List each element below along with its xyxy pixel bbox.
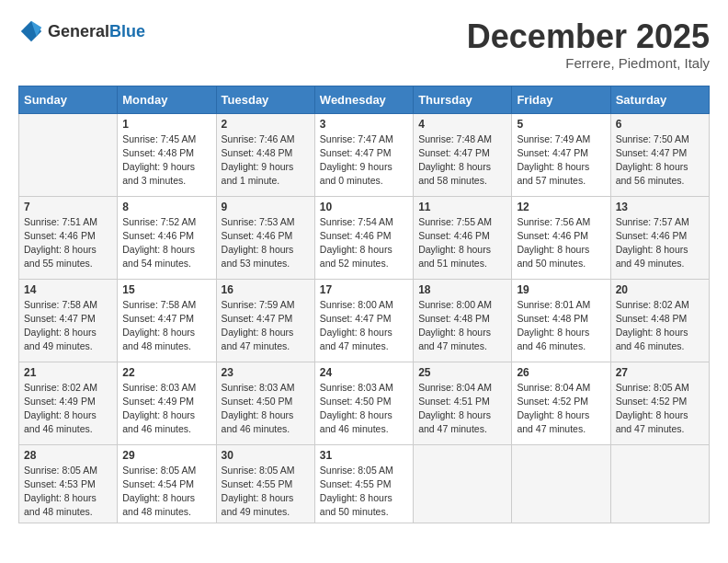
calendar-cell: 15Sunrise: 7:58 AMSunset: 4:47 PMDayligh…: [118, 279, 216, 362]
day-info: Sunrise: 8:04 AMSunset: 4:51 PMDaylight:…: [418, 381, 506, 437]
day-number: 19: [517, 283, 605, 296]
calendar-cell: 25Sunrise: 8:04 AMSunset: 4:51 PMDayligh…: [414, 362, 512, 444]
calendar-cell: 31Sunrise: 8:05 AMSunset: 4:55 PMDayligh…: [314, 444, 413, 523]
calendar-cell: 3Sunrise: 7:47 AMSunset: 4:47 PMDaylight…: [314, 113, 413, 196]
header-sunday: Sunday: [19, 86, 118, 113]
day-info: Sunrise: 8:05 AMSunset: 4:53 PMDaylight:…: [24, 464, 112, 520]
header-friday: Friday: [512, 86, 610, 113]
day-info: Sunrise: 8:05 AMSunset: 4:54 PMDaylight:…: [122, 464, 210, 520]
calendar-week-3: 14Sunrise: 7:58 AMSunset: 4:47 PMDayligh…: [19, 279, 710, 362]
calendar-cell: 24Sunrise: 8:03 AMSunset: 4:50 PMDayligh…: [314, 362, 413, 444]
calendar-header-row: SundayMondayTuesdayWednesdayThursdayFrid…: [19, 86, 710, 113]
day-info: Sunrise: 7:52 AMSunset: 4:46 PMDaylight:…: [122, 215, 210, 271]
calendar-week-4: 21Sunrise: 8:02 AMSunset: 4:49 PMDayligh…: [19, 362, 710, 444]
calendar-cell: [610, 444, 709, 523]
calendar-week-1: 1Sunrise: 7:45 AMSunset: 4:48 PMDaylight…: [19, 113, 710, 196]
day-info: Sunrise: 7:46 AMSunset: 4:48 PMDaylight:…: [222, 132, 310, 189]
day-info: Sunrise: 8:04 AMSunset: 4:52 PMDaylight:…: [517, 381, 605, 437]
day-number: 7: [24, 201, 112, 213]
calendar-week-5: 28Sunrise: 8:05 AMSunset: 4:53 PMDayligh…: [19, 444, 710, 523]
calendar-cell: 5Sunrise: 7:49 AMSunset: 4:47 PMDaylight…: [512, 113, 610, 196]
calendar-cell: 17Sunrise: 8:00 AMSunset: 4:47 PMDayligh…: [314, 279, 413, 362]
calendar-cell: 7Sunrise: 7:51 AMSunset: 4:46 PMDaylight…: [19, 196, 118, 279]
day-info: Sunrise: 7:56 AMSunset: 4:46 PMDaylight:…: [517, 215, 605, 271]
day-number: 8: [122, 201, 210, 213]
location: Ferrere, Piedmont, Italy: [467, 55, 710, 71]
day-info: Sunrise: 8:03 AMSunset: 4:50 PMDaylight:…: [222, 381, 310, 437]
day-number: 29: [122, 449, 210, 462]
day-number: 4: [418, 118, 506, 131]
header-monday: Monday: [118, 86, 216, 113]
calendar-cell: 27Sunrise: 8:05 AMSunset: 4:52 PMDayligh…: [610, 362, 709, 444]
calendar-cell: 29Sunrise: 8:05 AMSunset: 4:54 PMDayligh…: [118, 444, 216, 523]
calendar-cell: 8Sunrise: 7:52 AMSunset: 4:46 PMDaylight…: [118, 196, 216, 279]
calendar-cell: 12Sunrise: 7:56 AMSunset: 4:46 PMDayligh…: [512, 196, 610, 279]
day-info: Sunrise: 8:00 AMSunset: 4:48 PMDaylight:…: [418, 298, 506, 354]
day-number: 5: [517, 118, 605, 131]
day-number: 11: [418, 201, 506, 213]
page-header: GeneralBlue December 2025 Ferrere, Piedm…: [18, 18, 710, 71]
day-info: Sunrise: 8:00 AMSunset: 4:47 PMDaylight:…: [320, 298, 408, 354]
day-info: Sunrise: 7:49 AMSunset: 4:47 PMDaylight:…: [517, 132, 605, 189]
calendar-cell: 11Sunrise: 7:55 AMSunset: 4:46 PMDayligh…: [414, 196, 512, 279]
day-number: 31: [320, 449, 408, 462]
calendar-table: SundayMondayTuesdayWednesdayThursdayFrid…: [18, 86, 710, 524]
day-info: Sunrise: 7:57 AMSunset: 4:46 PMDaylight:…: [616, 215, 704, 271]
day-info: Sunrise: 8:05 AMSunset: 4:55 PMDaylight:…: [320, 464, 408, 520]
day-info: Sunrise: 7:51 AMSunset: 4:46 PMDaylight:…: [24, 215, 112, 271]
calendar-cell: 2Sunrise: 7:46 AMSunset: 4:48 PMDaylight…: [216, 113, 314, 196]
day-info: Sunrise: 7:59 AMSunset: 4:47 PMDaylight:…: [222, 298, 310, 354]
calendar-cell: 6Sunrise: 7:50 AMSunset: 4:47 PMDaylight…: [610, 113, 709, 196]
day-info: Sunrise: 7:45 AMSunset: 4:48 PMDaylight:…: [122, 132, 210, 189]
day-number: 14: [24, 283, 112, 296]
calendar-cell: [512, 444, 610, 523]
calendar-week-2: 7Sunrise: 7:51 AMSunset: 4:46 PMDaylight…: [19, 196, 710, 279]
calendar-cell: [414, 444, 512, 523]
day-number: 20: [616, 283, 704, 296]
calendar-cell: 28Sunrise: 8:05 AMSunset: 4:53 PMDayligh…: [19, 444, 118, 523]
day-info: Sunrise: 7:53 AMSunset: 4:46 PMDaylight:…: [222, 215, 310, 271]
day-info: Sunrise: 7:54 AMSunset: 4:46 PMDaylight:…: [320, 215, 408, 271]
calendar-cell: 4Sunrise: 7:48 AMSunset: 4:47 PMDaylight…: [414, 113, 512, 196]
day-number: 15: [122, 283, 210, 296]
day-info: Sunrise: 7:50 AMSunset: 4:47 PMDaylight:…: [616, 132, 704, 189]
calendar-cell: 16Sunrise: 7:59 AMSunset: 4:47 PMDayligh…: [216, 279, 314, 362]
day-number: 27: [616, 366, 704, 379]
day-info: Sunrise: 7:47 AMSunset: 4:47 PMDaylight:…: [320, 132, 408, 189]
day-number: 1: [122, 118, 210, 131]
header-wednesday: Wednesday: [314, 86, 413, 113]
calendar-cell: 21Sunrise: 8:02 AMSunset: 4:49 PMDayligh…: [19, 362, 118, 444]
logo-text: GeneralBlue: [48, 22, 145, 41]
calendar-cell: 13Sunrise: 7:57 AMSunset: 4:46 PMDayligh…: [610, 196, 709, 279]
day-number: 18: [418, 283, 506, 296]
day-info: Sunrise: 8:02 AMSunset: 4:49 PMDaylight:…: [24, 381, 112, 437]
calendar-cell: 22Sunrise: 8:03 AMSunset: 4:49 PMDayligh…: [118, 362, 216, 444]
calendar-cell: 9Sunrise: 7:53 AMSunset: 4:46 PMDaylight…: [216, 196, 314, 279]
title-area: December 2025 Ferrere, Piedmont, Italy: [467, 18, 710, 71]
calendar-cell: 14Sunrise: 7:58 AMSunset: 4:47 PMDayligh…: [19, 279, 118, 362]
logo: GeneralBlue: [18, 18, 145, 44]
day-number: 17: [320, 283, 408, 296]
calendar-cell: 20Sunrise: 8:02 AMSunset: 4:48 PMDayligh…: [610, 279, 709, 362]
day-number: 6: [616, 118, 704, 131]
day-info: Sunrise: 8:05 AMSunset: 4:55 PMDaylight:…: [222, 464, 310, 520]
calendar-cell: 26Sunrise: 8:04 AMSunset: 4:52 PMDayligh…: [512, 362, 610, 444]
day-number: 28: [24, 449, 112, 462]
day-number: 13: [616, 201, 704, 213]
day-number: 30: [222, 449, 310, 462]
logo-icon: [18, 18, 44, 44]
header-tuesday: Tuesday: [216, 86, 314, 113]
calendar-cell: [19, 113, 118, 196]
day-number: 12: [517, 201, 605, 213]
day-number: 25: [418, 366, 506, 379]
day-info: Sunrise: 8:05 AMSunset: 4:52 PMDaylight:…: [616, 381, 704, 437]
calendar-cell: 30Sunrise: 8:05 AMSunset: 4:55 PMDayligh…: [216, 444, 314, 523]
day-number: 3: [320, 118, 408, 131]
calendar-cell: 19Sunrise: 8:01 AMSunset: 4:48 PMDayligh…: [512, 279, 610, 362]
day-info: Sunrise: 7:48 AMSunset: 4:47 PMDaylight:…: [418, 132, 506, 189]
day-number: 2: [222, 118, 310, 131]
day-number: 24: [320, 366, 408, 379]
day-info: Sunrise: 8:03 AMSunset: 4:49 PMDaylight:…: [122, 381, 210, 437]
header-saturday: Saturday: [610, 86, 709, 113]
header-thursday: Thursday: [414, 86, 512, 113]
